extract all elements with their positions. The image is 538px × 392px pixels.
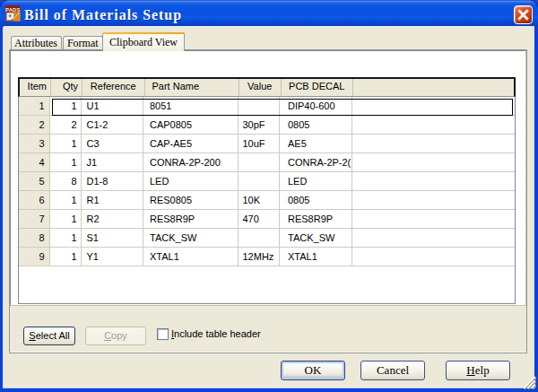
svg-text:PADS: PADS: [5, 6, 20, 12]
